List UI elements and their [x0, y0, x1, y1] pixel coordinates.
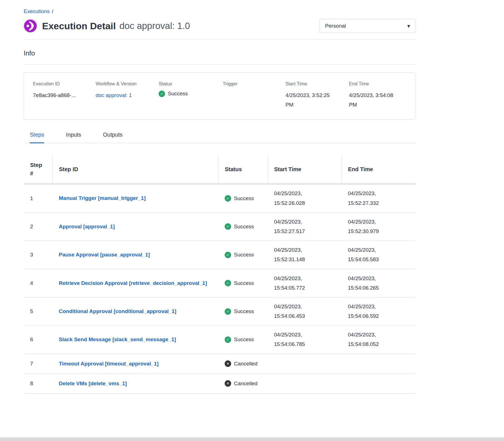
step-id-cell: Delete VMs [delete_vms_1] [52, 374, 218, 393]
column-header-start-time: Start Time [268, 155, 341, 184]
end-time-label: End Time [349, 81, 406, 87]
step-number: 3 [30, 252, 33, 258]
end-time: 15:54:08.052 [348, 340, 413, 349]
end-date: 04/25/2023, [348, 274, 413, 283]
column-header-status: Status [218, 155, 268, 184]
step-id-link[interactable]: Conditional Approval [conditional_approv… [59, 308, 176, 314]
step-number: 8 [30, 381, 33, 386]
table-row: 4 Retrieve Decision Approval [retrieve_d… [24, 269, 415, 297]
status-badge: ✓ Success [225, 336, 265, 343]
start-time: 15:52:31.148 [274, 255, 339, 264]
step-number: 4 [30, 280, 33, 286]
workflow-version-label: Workflow & Version [96, 81, 159, 87]
info-field-end-time: End Time 4/25/2023, 3:54:08 PM [349, 81, 406, 110]
status-badge: ✓ Success [225, 280, 265, 286]
table-row: 8 Delete VMs [delete_vms_1] ✕ Cancelled [24, 374, 415, 393]
tab-steps[interactable]: Steps [30, 132, 44, 143]
step-id-cell: Approval [approval_1] [52, 212, 218, 241]
tab-outputs[interactable]: Outputs [103, 132, 123, 142]
info-divider [24, 64, 415, 65]
status-text: Success [234, 252, 254, 258]
success-icon: ✓ [159, 91, 165, 97]
status-badge: ✓ Success [225, 308, 265, 315]
status-badge: ✓ Success [225, 195, 265, 202]
cancelled-icon: ✕ [225, 360, 231, 367]
info-field-workflow-version: Workflow & Version doc approval: 1 [96, 81, 159, 110]
step-id-link[interactable]: Pause Approval [pause_approval_1] [59, 252, 150, 258]
steps-table-header: Step # Step ID Status Start Time End Tim… [24, 155, 415, 184]
status-badge: ✕ Cancelled [225, 360, 265, 367]
status-text: Success [234, 195, 254, 202]
step-number-cell: 5 [24, 297, 52, 325]
table-row: 3 Pause Approval [pause_approval_1] ✓ Su… [24, 241, 415, 269]
end-time-cell [341, 374, 415, 393]
info-field-start-time: Start Time 4/25/2023, 3:52:25 PM [285, 81, 349, 110]
step-id-cell: Retrieve Decision Approval [retrieve_dec… [52, 269, 218, 297]
info-field-trigger: Trigger [223, 81, 285, 110]
status-text: Success [234, 308, 254, 314]
table-row: 5 Conditional Approval [conditional_appr… [24, 297, 415, 325]
step-id-link[interactable]: Delete VMs [delete_vms_1] [59, 381, 127, 386]
status-badge: ✓ Success [225, 223, 265, 230]
workflow-icon [24, 19, 37, 33]
steps-table-body: 1 Manual Trigger [manual_trigger_1] ✓ Su… [24, 184, 415, 393]
start-time-cell: 04/25/2023, 15:52:27.517 [268, 212, 341, 241]
success-icon: ✓ [225, 308, 231, 315]
end-time: 15:54:05.583 [348, 255, 413, 264]
page-header: Execution Detail doc approval: 1.0 Perso… [24, 19, 415, 33]
end-time-cell: 04/25/2023, 15:54:05.583 [341, 241, 415, 269]
start-date: 04/25/2023, [274, 274, 339, 283]
tab-inputs[interactable]: Inputs [66, 132, 81, 142]
step-id-cell: Timeout Approval [timeout_approval_1] [52, 354, 218, 374]
end-time: 15:52:30.979 [348, 227, 413, 236]
workflow-version-link[interactable]: doc approval: 1 [96, 92, 132, 98]
start-time-value: 4/25/2023, 3:52:25 PM [285, 91, 338, 110]
step-number: 2 [30, 224, 33, 229]
detail-tabs: Steps Inputs Outputs [24, 132, 415, 143]
execution-id-label: Execution ID [33, 81, 96, 87]
end-date: 04/25/2023, [348, 189, 413, 198]
status-text: Cancelled [234, 361, 258, 367]
status-text: Success [234, 336, 254, 343]
status-badge: ✕ Cancelled [225, 380, 265, 387]
start-time-cell: 04/25/2023, 15:54:06.785 [268, 326, 341, 354]
start-date: 04/25/2023, [274, 302, 339, 311]
success-icon: ✓ [225, 195, 231, 202]
start-time: 15:52:26.028 [274, 198, 339, 208]
status-value: ✓ Success [159, 91, 223, 97]
step-id-link[interactable]: Timeout Approval [timeout_approval_1] [59, 361, 159, 367]
start-date: 04/25/2023, [274, 245, 339, 255]
step-id-link[interactable]: Manual Trigger [manual_trigger_1] [59, 195, 146, 201]
end-time: 15:52:27.332 [348, 198, 413, 208]
status-cell: ✕ Cancelled [218, 374, 268, 393]
status-cell: ✓ Success [218, 297, 268, 325]
status-cell: ✓ Success [218, 241, 268, 269]
step-number-cell: 8 [24, 374, 52, 393]
table-row: 2 Approval [approval_1] ✓ Success 04/25/… [24, 212, 415, 241]
column-header-step-id: Step ID [52, 155, 218, 184]
status-cell: ✓ Success [218, 184, 268, 212]
step-id-link[interactable]: Retrieve Decision Approval [retrieve_dec… [59, 280, 207, 286]
start-time-cell: 04/25/2023, 15:52:26.028 [268, 184, 341, 212]
step-id-cell: Manual Trigger [manual_trigger_1] [52, 184, 218, 212]
status-text: Cancelled [234, 381, 258, 387]
start-date: 04/25/2023, [274, 330, 339, 340]
step-number: 7 [30, 361, 33, 367]
start-time: 15:52:27.517 [274, 227, 339, 236]
start-time: 15:54:06.453 [274, 311, 339, 321]
scope-dropdown[interactable]: Personal ▾ [319, 19, 415, 33]
table-row: 7 Timeout Approval [timeout_approval_1] … [24, 354, 415, 374]
status-cell: ✓ Success [218, 269, 268, 297]
end-time-cell [341, 354, 415, 374]
cancelled-icon: ✕ [225, 380, 231, 387]
step-id-link[interactable]: Slack Send Message [slack_send_message_1… [59, 336, 176, 342]
status-text: Success [234, 280, 254, 286]
step-id-link[interactable]: Approval [approval_1] [59, 224, 115, 229]
end-date: 04/25/2023, [348, 245, 413, 255]
info-heading: Info [24, 49, 415, 57]
end-time-cell: 04/25/2023, 15:54:08.052 [341, 326, 415, 354]
end-time-cell: 04/25/2023, 15:52:27.332 [341, 184, 415, 212]
table-row: 6 Slack Send Message [slack_send_message… [24, 326, 415, 354]
breadcrumb-executions-link[interactable]: Executions [24, 8, 50, 14]
info-field-execution-id: Execution ID 7e8ac396-a868-... [33, 81, 96, 110]
